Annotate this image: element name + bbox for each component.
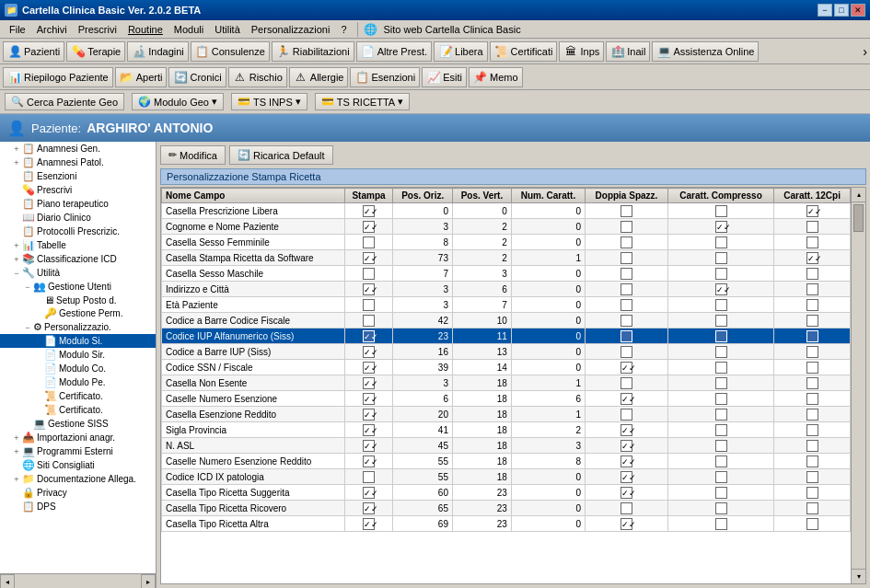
menu-file[interactable]: File	[5, 22, 30, 37]
checkbox[interactable]: ✓	[806, 252, 818, 264]
checkbox[interactable]: ✓	[621, 518, 632, 530]
cell-doppia-spazz[interactable]	[586, 407, 668, 422]
cell-caratt-12cpi[interactable]	[774, 469, 851, 485]
checkbox[interactable]	[715, 315, 727, 327]
checkbox[interactable]	[806, 362, 818, 374]
cell-doppia-spazz[interactable]: ✓	[586, 438, 668, 454]
checkbox[interactable]: ✓	[715, 221, 727, 233]
cell-doppia-spazz[interactable]: ✓	[586, 422, 668, 438]
checkbox[interactable]	[715, 518, 727, 530]
cell-stampa[interactable]: ✓	[344, 438, 393, 454]
table-row[interactable]: Codice ICD IX patologia55180✓	[162, 469, 851, 485]
menu-website[interactable]: Sito web Cartella Clinica Basic	[379, 22, 526, 37]
btn-inps[interactable]: 🏛 Inps	[559, 41, 604, 62]
menu-moduli[interactable]: Moduli	[169, 22, 208, 37]
tree-item-esenzioni[interactable]: 📋 Esenzioni	[0, 169, 156, 183]
cell-caratt-12cpi[interactable]	[774, 344, 851, 360]
cell-caratt-12cpi[interactable]	[774, 266, 851, 282]
checkbox[interactable]	[621, 502, 632, 514]
tree-item-modulo-sir[interactable]: 📄 Modulo Sir.	[0, 348, 156, 362]
cell-doppia-spazz[interactable]	[586, 250, 668, 266]
table-row[interactable]: Codice IUP Alfanumerico (Siss)✓23110	[162, 329, 851, 344]
tree-item-prescrivi[interactable]: 💊 Prescrivi	[0, 183, 156, 197]
expand-icon[interactable]: +	[11, 255, 22, 264]
btn-consulenze[interactable]: 📋 Consulenze	[191, 41, 270, 62]
cell-stampa[interactable]: ✓	[344, 329, 393, 344]
expand-icon[interactable]: +	[11, 158, 22, 167]
btn-ts-inps[interactable]: 💳 TS INPS ▾	[231, 93, 307, 110]
checkbox[interactable]: ✓	[363, 440, 375, 452]
checkbox[interactable]	[806, 409, 818, 421]
btn-assistenza[interactable]: 💻 Assistenza Online	[652, 41, 759, 62]
tree-item-importazioni[interactable]: + 📥 Importazioni anagr.	[0, 431, 156, 444]
tree-item-protocolli[interactable]: 📋 Protocolli Prescrizic.	[0, 225, 156, 238]
checkbox[interactable]: ✓	[621, 362, 632, 374]
minimize-button[interactable]: −	[818, 4, 832, 17]
btn-riabilitazioni[interactable]: 🏃 Riabilitazioni	[272, 41, 354, 62]
tree-item-modulo-co[interactable]: 📄 Modulo Co.	[0, 362, 156, 375]
cell-caratt-compresso[interactable]	[667, 438, 773, 454]
cell-caratt-compresso[interactable]	[667, 235, 773, 250]
tree-item-anamnesi-pat[interactable]: + 📋 Anamnesi Patol.	[0, 156, 156, 169]
checkbox[interactable]: ✓	[715, 283, 727, 295]
checkbox[interactable]: ✓	[621, 440, 632, 452]
cell-caratt-compresso[interactable]: ✓	[667, 219, 773, 235]
checkbox[interactable]: ✓	[363, 205, 375, 217]
cell-caratt-compresso[interactable]	[667, 516, 773, 532]
cell-stampa[interactable]	[344, 297, 393, 313]
cell-stampa[interactable]: ✓	[344, 344, 393, 360]
cell-caratt-compresso[interactable]	[667, 297, 773, 313]
cell-doppia-spazz[interactable]	[586, 297, 668, 313]
cell-doppia-spazz[interactable]: ✓	[586, 469, 668, 485]
cell-caratt-12cpi[interactable]	[774, 422, 851, 438]
btn-riepilogo[interactable]: 📊 Riepilogo Paziente	[3, 67, 113, 87]
checkbox[interactable]: ✓	[363, 487, 375, 499]
cell-stampa[interactable]	[344, 266, 393, 282]
table-row[interactable]: Casella Tipo Ricetta Ricovero✓65230	[162, 501, 851, 516]
cell-doppia-spazz[interactable]	[586, 501, 668, 516]
cell-doppia-spazz[interactable]	[586, 203, 668, 219]
cell-caratt-12cpi[interactable]	[774, 235, 851, 250]
table-row[interactable]: Codice a Barre IUP (Siss)✓16130	[162, 344, 851, 360]
menu-routine[interactable]: Routine	[123, 22, 168, 37]
cell-stampa[interactable]	[344, 235, 393, 250]
table-row[interactable]: N. ASL✓45183✓	[162, 438, 851, 454]
checkbox[interactable]	[621, 346, 632, 358]
checkbox[interactable]	[806, 268, 818, 280]
cell-doppia-spazz[interactable]: ✓	[586, 454, 668, 469]
cell-caratt-12cpi[interactable]: ✓	[774, 250, 851, 266]
cell-doppia-spazz[interactable]: ✓	[586, 391, 668, 407]
checkbox[interactable]	[621, 330, 632, 342]
btn-allergie[interactable]: ⚠ Allergie	[289, 67, 349, 87]
table-row[interactable]: Sigla Provincia✓41182✓	[162, 422, 851, 438]
checkbox[interactable]	[806, 424, 818, 436]
checkbox[interactable]: ✓	[363, 455, 375, 467]
cell-caratt-compresso[interactable]	[667, 203, 773, 219]
cell-stampa[interactable]: ✓	[344, 407, 393, 422]
scroll-thumb[interactable]	[853, 204, 864, 232]
checkbox[interactable]	[621, 315, 632, 327]
expand-icon[interactable]: +	[11, 447, 22, 456]
menu-archivi[interactable]: Archivi	[32, 22, 72, 37]
checkbox[interactable]	[806, 502, 818, 514]
checkbox[interactable]	[363, 268, 375, 280]
cell-caratt-12cpi[interactable]	[774, 516, 851, 532]
tree-item-piano[interactable]: 📋 Piano terapeutico	[0, 197, 156, 211]
expand-icon[interactable]: +	[11, 475, 22, 484]
checkbox[interactable]	[806, 283, 818, 295]
cell-caratt-12cpi[interactable]	[774, 485, 851, 501]
btn-modulo-geo[interactable]: 🌍 Modulo Geo ▾	[132, 93, 224, 110]
checkbox[interactable]: ✓	[363, 362, 375, 374]
checkbox[interactable]	[806, 346, 818, 358]
checkbox[interactable]	[715, 440, 727, 452]
btn-cerca-geo[interactable]: 🔍 Cerca Paziente Geo	[5, 93, 124, 110]
tree-item-gestione-siss[interactable]: 💻 Gestione SISS	[0, 417, 156, 431]
checkbox[interactable]: ✓	[363, 330, 375, 342]
checkbox[interactable]	[806, 487, 818, 499]
table-row[interactable]: Casella Esenzione Reddito✓20181	[162, 407, 851, 422]
tree-item-diario[interactable]: 📖 Diario Clinico	[0, 211, 156, 225]
cell-doppia-spazz[interactable]	[586, 313, 668, 329]
checkbox[interactable]	[715, 471, 727, 483]
cell-caratt-12cpi[interactable]	[774, 391, 851, 407]
btn-altre-prest[interactable]: 📄 Altre Prest.	[356, 41, 432, 62]
